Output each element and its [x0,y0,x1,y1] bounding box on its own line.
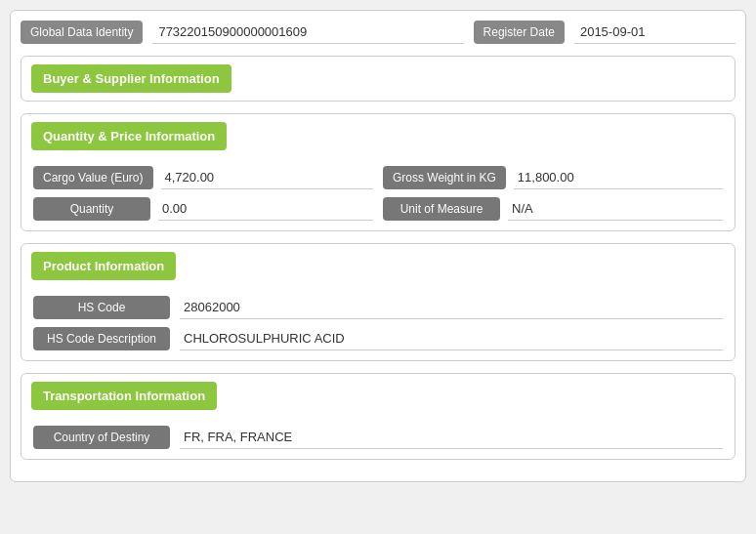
buyer-supplier-section: Buyer & Supplier Information [21,56,735,102]
cargo-gross-row: Cargo Value (Euro) 4,720.00 Gross Weight… [33,166,723,189]
product-info-body: HS Code 28062000 HS Code Description CHL… [21,288,735,360]
main-container: Global Data Identity 7732201509000000016… [10,10,746,482]
quantity-pair: Quantity 0.00 [33,197,373,221]
hs-code-row: HS Code 28062000 [33,296,723,319]
global-data-identity-value: 773220150900000001609 [152,21,463,44]
register-date-label: Register Date [474,21,565,44]
uom: N/A [508,197,723,221]
hs-code-desc: CHLOROSULPHURIC ACID [180,327,723,350]
uom-label: Unit of Measure [383,197,500,221]
hs-code-label: HS Code [33,296,170,319]
register-date-value: 2015-09-01 [574,21,735,44]
quantity-price-section: Quantity & Price Information Cargo Value… [21,113,735,231]
quantity-uom-row: Quantity 0.00 Unit of Measure N/A [33,197,723,221]
country-of-destiny-row: Country of Destiny FR, FRA, FRANCE [33,426,723,449]
hs-code: 28062000 [180,296,723,319]
quantity-price-body: Cargo Value (Euro) 4,720.00 Gross Weight… [21,158,735,230]
gross-weight-pair: Gross Weight in KG 11,800.00 [383,166,723,189]
buyer-supplier-title: Buyer & Supplier Information [31,64,231,93]
cargo-value: 4,720.00 [161,166,374,189]
product-info-title: Product Information [31,252,176,280]
transportation-section: Transportation Information Country of De… [21,373,735,460]
quantity: 0.00 [158,197,373,221]
gross-weight: 11,800.00 [514,166,723,189]
cargo-value-label: Cargo Value (Euro) [33,166,153,189]
transportation-title: Transportation Information [31,382,217,410]
quantity-price-title: Quantity & Price Information [31,122,227,150]
hs-code-desc-row: HS Code Description CHLOROSULPHURIC ACID [33,327,723,350]
quantity-label: Quantity [33,197,150,221]
uom-pair: Unit of Measure N/A [383,197,723,221]
gross-weight-label: Gross Weight in KG [383,166,506,189]
transportation-body: Country of Destiny FR, FRA, FRANCE [21,418,735,459]
global-data-identity-label: Global Data Identity [21,21,143,44]
country-of-destiny: FR, FRA, FRANCE [180,426,723,449]
country-of-destiny-label: Country of Destiny [33,426,170,449]
cargo-value-pair: Cargo Value (Euro) 4,720.00 [33,166,373,189]
hs-code-desc-label: HS Code Description [33,327,170,350]
header-row: Global Data Identity 7732201509000000016… [21,21,735,44]
product-info-section: Product Information HS Code 28062000 HS … [21,243,735,361]
